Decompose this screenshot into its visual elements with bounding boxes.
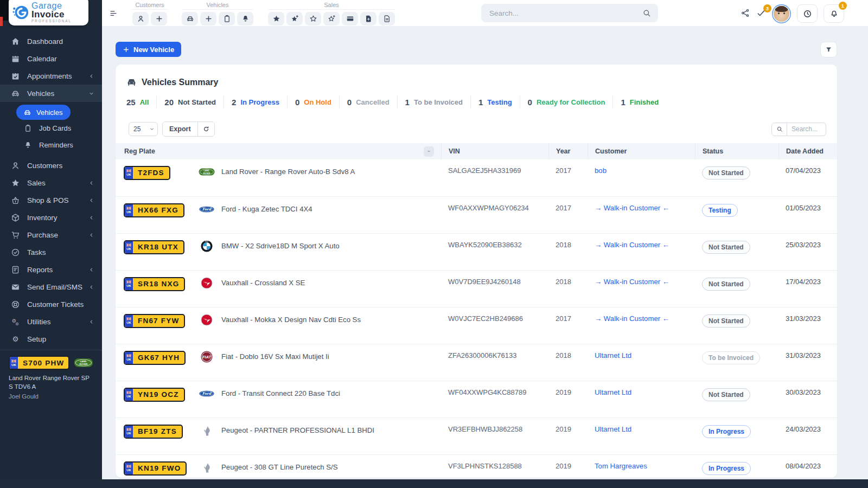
svg-text:LAND-: LAND- xyxy=(204,170,210,172)
app-logo[interactable]: Garage Invoice PROFESSIONAL xyxy=(9,0,88,25)
current-vehicle-plate[interactable]: UK S700 PHW xyxy=(9,356,69,370)
sidebar-item-dashboard[interactable]: Dashboard xyxy=(0,33,102,50)
vehicle-row[interactable]: UKGK67 HYH FIAT Fiat - Doblo 16V Sx Maxi… xyxy=(116,344,837,381)
documents-button[interactable] xyxy=(379,12,395,25)
sidebar-item-vehicles[interactable]: Vehicles xyxy=(0,85,102,102)
add-vehicle-button[interactable] xyxy=(200,12,216,25)
sidebar-subitem-vehicles[interactable]: Vehicles xyxy=(16,105,71,120)
sidebar-item-purchase[interactable]: Purchase xyxy=(0,226,102,243)
sidebar-item-customer-tickets[interactable]: Customer Tickets xyxy=(0,296,102,313)
vehicle-row[interactable]: UKKR18 UTX BMW BMW - X2 Sdrive18D M Spor… xyxy=(116,233,837,270)
car-icon xyxy=(11,89,20,98)
status-filter-finished[interactable]: 1 Finished xyxy=(612,95,666,108)
sidebar-item-reports[interactable]: Reports xyxy=(0,261,102,278)
column-header-date-added[interactable]: Date Added xyxy=(778,143,837,159)
vehicle-row[interactable]: UKFN67 FYW Vauxhall - Mokka X Design Nav… xyxy=(116,307,837,344)
status-filter-testing[interactable]: 1 Testing xyxy=(470,95,520,108)
column-header-reg-plate[interactable]: Reg Plate xyxy=(116,143,441,159)
vehicle-row[interactable]: UKYN19 OCZ Ford Ford - Transit Connect 2… xyxy=(116,381,837,418)
notifications-button[interactable]: 1 xyxy=(824,4,844,23)
year-cell: 2018 xyxy=(548,344,588,381)
quick-group-sales: Sales xyxy=(268,2,395,25)
sidebar-item-shop-pos[interactable]: Shop & POS xyxy=(0,191,102,209)
vehicle-row[interactable]: UKBF19 ZTS Peugeot - PARTNER PROFESSIONA… xyxy=(116,418,837,454)
history-button[interactable] xyxy=(797,4,818,23)
global-search-input[interactable] xyxy=(488,9,642,18)
sidebar-item-calendar[interactable]: Calendar xyxy=(0,50,102,67)
column-header-vin[interactable]: VIN xyxy=(441,143,548,159)
vehicle-reminders-button[interactable] xyxy=(237,12,253,25)
new-vehicle-button[interactable]: New Vehicle xyxy=(116,42,181,57)
tasks-button[interactable]: 3 xyxy=(756,8,766,20)
sort-button[interactable] xyxy=(424,146,434,157)
status-filter-to-be-invoiced[interactable]: 1 To be Invoiced xyxy=(397,95,470,108)
quick-group-label: Customers xyxy=(132,2,167,10)
new-document-button[interactable] xyxy=(360,12,376,25)
new-estimate-button[interactable] xyxy=(323,12,340,25)
invoices-button[interactable] xyxy=(268,12,284,25)
sidebar-item-send-email-sms[interactable]: Send Email/SMS xyxy=(0,278,102,296)
reg-plate: UKKN19 FWO xyxy=(124,461,187,476)
column-header-year[interactable]: Year xyxy=(548,143,588,159)
payments-button[interactable] xyxy=(342,12,358,25)
new-invoice-button[interactable] xyxy=(286,12,303,25)
vehicle-row[interactable]: UKKN19 FWO Peugeot - 308 GT Line Puretec… xyxy=(116,454,837,478)
export-button[interactable]: Export xyxy=(163,122,198,136)
sidebar-subitem-reminders[interactable]: Reminders xyxy=(16,137,102,153)
sidebar-item-inventory[interactable]: Inventory xyxy=(0,209,102,226)
logo-tagline: PROFESSIONAL xyxy=(31,20,72,23)
customer-link[interactable]: Ultarnet Ltd xyxy=(595,351,631,359)
page-size-select[interactable]: 25 xyxy=(129,122,158,136)
status-filter-in-progress[interactable]: 2 In Progress xyxy=(224,95,287,108)
customer-link[interactable]: → Walk-in Customer ← xyxy=(595,278,669,286)
table-search-input[interactable] xyxy=(787,123,826,136)
status-filter-not-started[interactable]: 20 Not Started xyxy=(156,95,224,108)
clipboard-icon xyxy=(223,15,231,23)
vauxhall-logo-icon xyxy=(199,313,215,327)
view-customers-button[interactable] xyxy=(132,12,149,25)
customer-link[interactable]: → Walk-in Customer ← xyxy=(595,314,669,323)
status-filter-ready-for-collection[interactable]: 0 Ready for Collection xyxy=(520,95,613,108)
left-edge-red-marker xyxy=(0,17,3,26)
customer-link[interactable]: bob xyxy=(595,166,607,175)
status-badge: Not Started xyxy=(702,241,750,254)
customer-link[interactable]: → Walk-in Customer ← xyxy=(595,241,669,249)
refresh-button[interactable] xyxy=(198,122,214,136)
sidebar-item-sales[interactable]: Sales xyxy=(0,174,102,191)
view-vehicles-button[interactable] xyxy=(182,12,198,25)
job-cards-button[interactable] xyxy=(219,12,235,25)
search-icon[interactable] xyxy=(642,9,651,17)
svg-text:ROVER: ROVER xyxy=(203,172,210,175)
status-filter-all[interactable]: 25 All xyxy=(126,95,156,108)
share-button[interactable] xyxy=(741,8,750,20)
vehicle-row[interactable]: UKHX66 FXG Ford Ford - Kuga Zetec TDCI 4… xyxy=(116,196,837,233)
column-header-status[interactable]: Status xyxy=(695,143,778,159)
svg-text:Ford: Ford xyxy=(202,207,212,211)
sidebar-item-appointments[interactable]: Appointments xyxy=(0,67,102,85)
vehicle-row[interactable]: UKSR18 NXG Vauxhall - Crossland X SE W0V… xyxy=(116,270,837,307)
sidebar-subitem-job-cards[interactable]: Job Cards xyxy=(16,120,102,137)
uk-flag-icon xyxy=(126,243,131,247)
user-avatar[interactable] xyxy=(774,6,789,22)
report-icon xyxy=(11,265,20,274)
add-customer-button[interactable] xyxy=(151,12,167,25)
customer-link[interactable]: Ultarnet Ltd xyxy=(595,425,631,433)
status-badge: To be Invoiced xyxy=(702,351,760,364)
sidebar-item-tasks[interactable]: Tasks xyxy=(0,243,102,261)
estimates-button[interactable] xyxy=(305,12,321,25)
sidebar-item-utilities[interactable]: ⚙⚙ Utilities xyxy=(0,313,102,330)
status-filter-cancelled[interactable]: 0 Cancelled xyxy=(339,95,397,108)
customer-link[interactable]: Ultarnet Ltd xyxy=(595,388,631,396)
sidebar-item-customers[interactable]: Customers xyxy=(0,157,102,174)
sidebar-item-setup[interactable]: ⚙ Setup xyxy=(0,330,102,348)
uk-plate-tab: UK xyxy=(125,278,133,290)
customer-link[interactable]: Tom Hargreaves xyxy=(595,462,647,470)
uk-plate-tab: UK xyxy=(125,167,133,179)
status-filter-on-hold[interactable]: 0 On Hold xyxy=(287,95,339,108)
customer-link[interactable]: → Walk-in Customer ← xyxy=(595,204,669,212)
sidebar-toggle-button[interactable] xyxy=(109,9,118,17)
filter-button[interactable] xyxy=(820,42,837,57)
column-header-customer[interactable]: Customer xyxy=(588,143,695,159)
vehicle-row[interactable]: UKT2FDS LAND-ROVER Land Rover - Range Ro… xyxy=(116,159,837,196)
table-search-button[interactable] xyxy=(771,123,787,136)
